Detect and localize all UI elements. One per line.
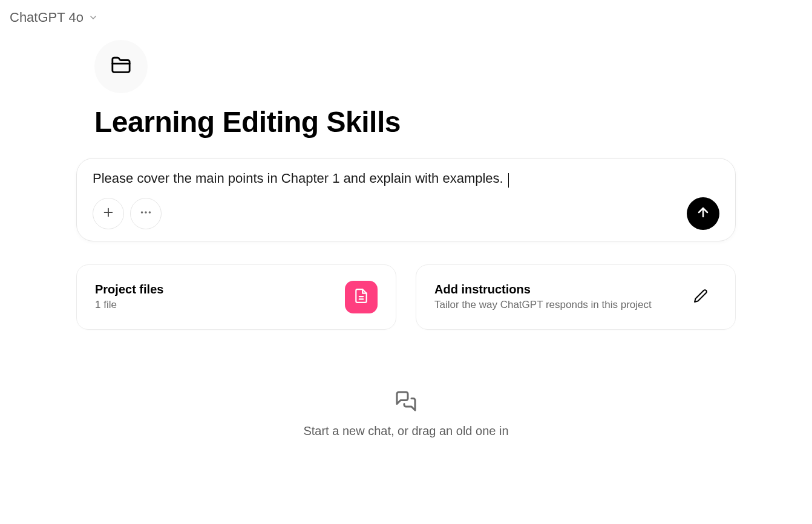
project-title: Learning Editing Skills — [94, 105, 736, 139]
model-selector[interactable]: ChatGPT 4o — [0, 0, 108, 35]
message-input-text[interactable]: Please cover the main points in Chapter … — [93, 171, 507, 186]
dots-horizontal-icon — [139, 206, 152, 221]
message-composer: Please cover the main points in Chapter … — [76, 158, 736, 241]
instructions-title: Add instructions — [434, 283, 652, 296]
chat-bubbles-icon — [76, 390, 736, 412]
plus-icon — [102, 206, 115, 221]
empty-state-text: Start a new chat, or drag an old one in — [76, 424, 736, 438]
add-instructions-card[interactable]: Add instructions Tailor the way ChatGPT … — [416, 264, 736, 330]
instructions-icon-box — [684, 281, 717, 313]
instructions-subtitle: Tailor the way ChatGPT responds in this … — [434, 299, 652, 311]
project-files-icon-box — [345, 281, 378, 313]
svg-point-2 — [141, 211, 143, 214]
project-files-card[interactable]: Project files 1 file — [76, 264, 396, 330]
attach-button[interactable] — [93, 198, 124, 229]
folder-icon — [111, 55, 131, 78]
arrow-up-icon — [696, 205, 710, 221]
model-label: ChatGPT 4o — [10, 10, 83, 25]
text-cursor — [508, 173, 509, 188]
pencil-icon — [693, 289, 708, 306]
project-files-title: Project files — [95, 283, 163, 296]
more-options-button[interactable] — [130, 198, 162, 229]
document-icon — [353, 288, 369, 306]
chevron-down-icon — [88, 13, 98, 22]
project-folder-avatar — [94, 40, 148, 93]
project-files-subtitle: 1 file — [95, 299, 163, 311]
svg-point-4 — [149, 211, 151, 214]
svg-point-3 — [145, 211, 147, 214]
send-button[interactable] — [687, 197, 719, 230]
